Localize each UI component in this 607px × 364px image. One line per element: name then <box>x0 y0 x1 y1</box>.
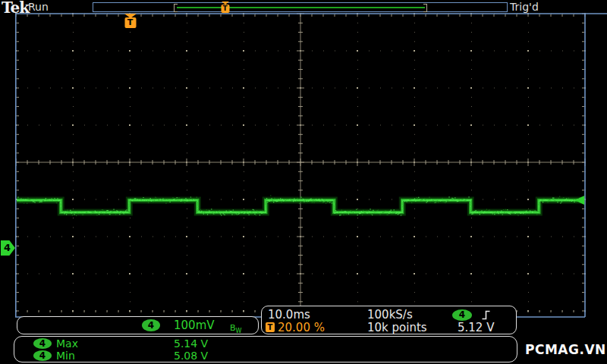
sample-rate: 100kS/s <box>367 309 413 321</box>
channel-4-badge: 4 <box>33 338 52 349</box>
bandwidth-limit-indicator: BW <box>230 319 241 334</box>
measurement-value: 5.08 V <box>174 350 208 362</box>
record-window-line <box>177 7 425 8</box>
oscilloscope-screen: Tek Run Trig'd T T 4 4 100mV BW 10.0ms 1… <box>0 0 607 364</box>
trigger-level: 5.12 V <box>458 322 494 334</box>
trigger-position: 20.00 % <box>278 322 325 334</box>
trigger-source-badge: 4 <box>452 309 472 321</box>
record-trigger-t-icon: T <box>220 2 230 14</box>
timebase-trigger-readout-box: 10.0ms 100kS/s 4 T 20.00 % 10k points 5.… <box>261 306 517 334</box>
channel-4-badge: 4 <box>33 350 52 361</box>
record-length: 10k points <box>367 322 427 334</box>
trigger-status: Trig'd <box>510 1 539 13</box>
measurement-box: 4 Max 5.14 V 4 Min 5.08 V <box>14 336 517 362</box>
channel-4-badge: 4 <box>142 319 160 331</box>
tek-logo: Tek <box>2 0 29 17</box>
record-view-bar: T <box>93 2 508 12</box>
record-window-bracket-left <box>174 4 178 12</box>
watermark: PCMAG.VN <box>525 342 606 357</box>
time-per-div: 10.0ms <box>268 309 310 321</box>
trigger-position-marker: T <box>124 14 137 29</box>
measurement-name: Max <box>56 337 78 350</box>
acquisition-status: Run <box>28 1 49 13</box>
rising-edge-icon <box>480 309 492 321</box>
channel-readout-box: 4 100mV BW <box>17 316 259 334</box>
record-window-bracket-right <box>423 4 427 12</box>
measurement-name: Min <box>56 350 75 362</box>
measurement-value: 5.14 V <box>174 337 208 350</box>
vertical-scale: 100mV <box>174 319 215 331</box>
trigger-t-icon: T <box>266 322 275 332</box>
